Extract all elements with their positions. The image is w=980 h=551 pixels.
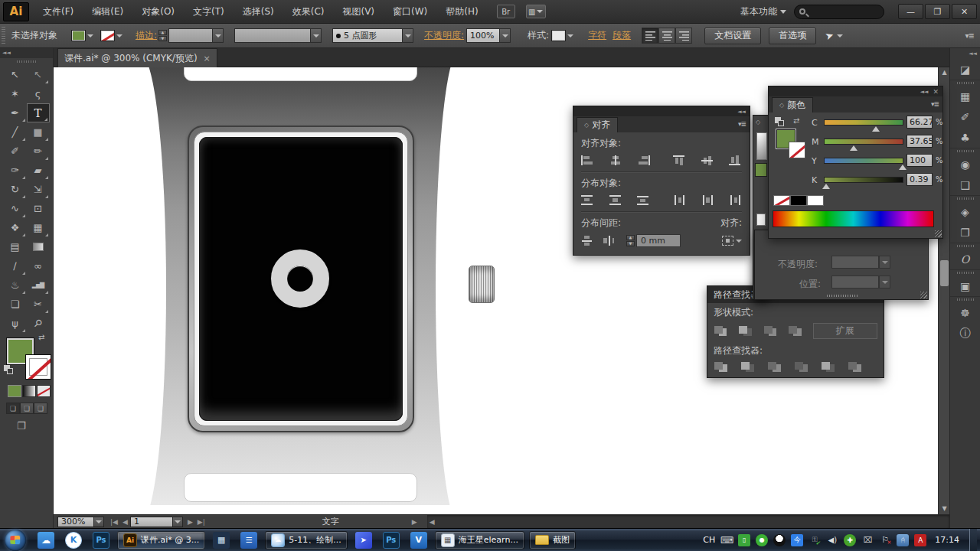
free-transform-tool[interactable]: ⊡ bbox=[27, 199, 50, 218]
green-swatch-fragment[interactable] bbox=[755, 163, 767, 177]
horizontal-scrollbar[interactable]: ◀ bbox=[427, 515, 949, 528]
vertical-distribute-space-icon[interactable] bbox=[581, 236, 593, 246]
black-value-field[interactable]: 0.39 bbox=[906, 173, 933, 186]
zoom-level-field[interactable]: 300% bbox=[57, 517, 94, 527]
white-swatch-fragment[interactable] bbox=[756, 214, 766, 226]
panel-resize-grip[interactable] bbox=[935, 230, 942, 237]
color-spectrum-bar[interactable] bbox=[773, 210, 934, 227]
draw-behind-button[interactable]: ❏ bbox=[20, 403, 34, 414]
yellow-slider[interactable] bbox=[824, 158, 903, 164]
dock-grip[interactable] bbox=[950, 296, 980, 302]
magic-wand-tool[interactable]: ✶ bbox=[4, 84, 27, 103]
gradient-icon[interactable]: ◪ bbox=[950, 59, 980, 80]
selection-tool[interactable]: ↖ bbox=[4, 65, 27, 84]
magenta-value-field[interactable]: 37.65 bbox=[906, 135, 933, 148]
navigator-icon[interactable]: ☸ bbox=[950, 302, 980, 323]
document-setup-button[interactable]: 文档设置 bbox=[704, 28, 761, 44]
clock[interactable]: 17:14 bbox=[935, 535, 959, 545]
yellow-value-field[interactable]: 100 bbox=[906, 154, 933, 167]
tab-close-icon[interactable]: × bbox=[204, 54, 211, 64]
pen-tool[interactable]: ✒ bbox=[4, 103, 27, 122]
first-artboard-icon[interactable]: |◀ bbox=[110, 518, 118, 526]
draw-inside-button[interactable]: ❏ bbox=[34, 403, 47, 414]
restore-button[interactable]: ❐ bbox=[925, 4, 950, 19]
show-desktop-button[interactable] bbox=[969, 529, 977, 551]
dock-grip[interactable] bbox=[950, 80, 980, 86]
align-to-dropdown[interactable] bbox=[722, 236, 742, 246]
none-mode-button[interactable] bbox=[37, 385, 51, 397]
style-swatch[interactable] bbox=[551, 30, 566, 41]
dock-grip[interactable] bbox=[950, 243, 980, 249]
watch-strap-slot-bottom[interactable] bbox=[184, 473, 417, 502]
selection-tools-icon[interactable]: ➤ bbox=[824, 29, 835, 43]
divide-pathfinder-icon[interactable] bbox=[714, 361, 728, 373]
zoom-tool[interactable]: ⚲ bbox=[27, 314, 50, 333]
scroll-down-icon[interactable]: ▼ bbox=[939, 504, 950, 514]
links-icon[interactable]: ▣ bbox=[950, 276, 980, 296]
taskbar-task-illustrator[interactable]: Ai 课件.ai* @ 3... bbox=[117, 531, 205, 549]
variable-width-drop[interactable] bbox=[311, 28, 322, 43]
info-icon[interactable]: ⓘ bbox=[950, 323, 980, 344]
fragment-position-drop[interactable] bbox=[879, 276, 890, 289]
dock-grip[interactable] bbox=[950, 195, 980, 201]
align-left-button[interactable] bbox=[642, 28, 658, 44]
align-vcenter-objects-icon[interactable] bbox=[701, 155, 714, 165]
stroke-swatch[interactable] bbox=[25, 354, 51, 380]
scale-tool[interactable]: ⇲ bbox=[27, 180, 50, 199]
white-color-swatch[interactable] bbox=[807, 195, 824, 206]
width-tool[interactable]: ∿ bbox=[4, 199, 27, 218]
minus-front-shape-mode-icon[interactable] bbox=[738, 325, 751, 337]
paragraph-link[interactable]: 段落 bbox=[612, 29, 631, 42]
action-center-flag-icon[interactable]: ⚐✕ bbox=[879, 534, 891, 546]
color-mode-button[interactable] bbox=[8, 385, 21, 397]
default-fill-stroke-icon[interactable] bbox=[4, 365, 14, 375]
control-panel-menu-icon[interactable]: ▾≣ bbox=[965, 31, 974, 40]
glyphs-icon[interactable]: O bbox=[950, 249, 980, 269]
tab-color[interactable]: ◇ 颜色 bbox=[772, 97, 813, 112]
fragment-opacity-combo[interactable] bbox=[831, 256, 879, 269]
panel-menu-icon[interactable]: ▾≣ bbox=[738, 120, 746, 128]
gradient-swatch-fragment[interactable] bbox=[756, 132, 767, 160]
swap-colors-icon[interactable]: ⇄ bbox=[793, 116, 799, 125]
eraser-tool[interactable]: ▰ bbox=[27, 161, 50, 180]
taskbar-calculator-icon[interactable]: ▦ bbox=[211, 531, 231, 549]
shape-builder-tool[interactable]: ❖ bbox=[4, 218, 27, 237]
last-artboard-icon[interactable]: ▶| bbox=[198, 518, 205, 526]
align-left-objects-icon[interactable] bbox=[581, 155, 594, 165]
start-button[interactable] bbox=[5, 530, 26, 551]
blend-tool[interactable]: ∞ bbox=[27, 256, 50, 276]
spacing-stepper[interactable]: ▲▼ bbox=[626, 235, 635, 246]
align-bottom-objects-icon[interactable] bbox=[729, 155, 742, 165]
swatches-icon[interactable]: ▦ bbox=[950, 86, 980, 106]
cyan-slider[interactable] bbox=[824, 119, 903, 126]
wechat-icon[interactable]: ● bbox=[756, 534, 768, 546]
brush-definition-drop[interactable] bbox=[403, 28, 413, 43]
taskbar-v-app-icon[interactable]: V bbox=[409, 531, 429, 549]
collapse-toolbar-icon[interactable]: ◄◄ bbox=[0, 48, 53, 58]
zoom-level-drop[interactable] bbox=[94, 517, 104, 527]
stroke-weight-label[interactable]: 描边: bbox=[136, 29, 157, 42]
character-link[interactable]: 字符 bbox=[588, 29, 606, 42]
taskbar-task-screenshot[interactable]: 截图 bbox=[529, 531, 576, 549]
taskbar-photoshop2-icon[interactable]: Ps bbox=[381, 531, 401, 549]
taskbar-task-5-11[interactable]: ☁ 5-11、绘制... bbox=[265, 531, 347, 549]
tab-align[interactable]: ◇ 对齐 bbox=[577, 117, 618, 132]
panel-menu-icon[interactable]: ▾≣ bbox=[931, 100, 939, 108]
menu-file[interactable]: 文件(F) bbox=[34, 0, 83, 24]
stroke-color-swatch[interactable] bbox=[100, 30, 115, 41]
align-hcenter-objects-icon[interactable] bbox=[609, 155, 622, 165]
style-drop[interactable] bbox=[566, 30, 574, 41]
outline-pathfinder-icon[interactable] bbox=[821, 361, 835, 373]
lasso-tool[interactable]: ς bbox=[27, 84, 50, 103]
menu-view[interactable]: 视图(V) bbox=[333, 0, 384, 24]
360-safety-icon[interactable]: ✚ bbox=[844, 534, 856, 546]
merge-pathfinder-icon[interactable] bbox=[767, 361, 782, 373]
perspective-grid-tool[interactable]: ▦ bbox=[27, 218, 50, 237]
phone-device-icon[interactable]: ▯ bbox=[738, 534, 750, 546]
menu-type[interactable]: 文字(T) bbox=[184, 0, 234, 24]
vertical-scroll-thumb[interactable] bbox=[940, 260, 949, 286]
horizontal-distribute-space-icon[interactable] bbox=[603, 236, 615, 246]
eyedropper-tool[interactable]: ∕ bbox=[4, 256, 27, 276]
distribute-left-icon[interactable] bbox=[673, 195, 686, 205]
opacity-drop[interactable] bbox=[500, 28, 511, 43]
